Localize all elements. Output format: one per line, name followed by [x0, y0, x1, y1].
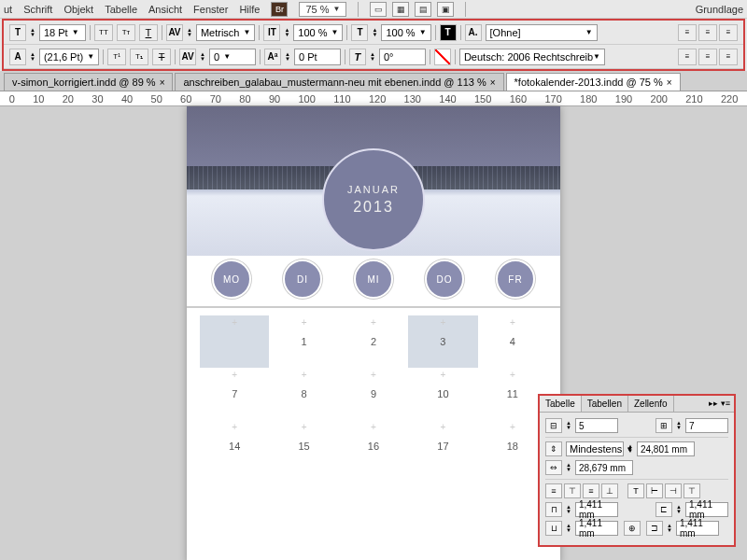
- height-mode-input[interactable]: Mindestens▼: [566, 441, 624, 456]
- day-do: DO: [425, 259, 464, 299]
- spinner[interactable]: ▲▼: [30, 52, 35, 62]
- menu-layout[interactable]: ut: [4, 4, 12, 15]
- divider: [465, 2, 466, 17]
- justify-center-button[interactable]: ≡: [698, 49, 717, 65]
- cols-icon: ⊞: [655, 418, 672, 433]
- col-width-icon: ⇔: [545, 460, 562, 475]
- justify-left-button[interactable]: ≡: [678, 49, 697, 65]
- panel-tab-zellen[interactable]: Zellenfo: [628, 396, 674, 412]
- canvas[interactable]: JANUAR 2013 MO DI MI DO FR + +1 +2 +3 +4…: [0, 106, 747, 560]
- spinner[interactable]: ▲▼: [566, 421, 571, 430]
- spinner[interactable]: ▲▼: [187, 28, 192, 37]
- kerning-input[interactable]: Metrisch▼: [196, 24, 255, 41]
- tracking-icon: AV: [179, 49, 196, 65]
- justify-right-button[interactable]: ≡: [719, 49, 738, 65]
- inset-bottom-input[interactable]: 1,411 mm: [575, 521, 618, 536]
- panel-tab-tabellen[interactable]: Tabellen: [582, 396, 628, 412]
- horizontal-ruler[interactable]: 0102030405060708090100110120130140150160…: [0, 91, 747, 106]
- menu-bar: ut Schrift Objekt Tabelle Ansicht Fenste…: [0, 0, 747, 19]
- spinner[interactable]: ▲▼: [285, 52, 290, 62]
- character-toolbar-1: T ▲▼ 18 Pt▼ TT Tт T AV ▲▼ Metrisch▼ IT ▲…: [4, 21, 743, 45]
- baseline-input[interactable]: 0 Pt: [294, 49, 341, 65]
- underline-button[interactable]: T: [139, 24, 158, 41]
- stroke-none-icon[interactable]: [434, 49, 451, 65]
- link-insets-icon[interactable]: ⊕: [624, 521, 641, 536]
- spinner[interactable]: ▲▼: [627, 444, 633, 454]
- inset-top-input[interactable]: 1,411 mm: [575, 502, 618, 517]
- row-height-input[interactable]: 24,801 mm: [637, 441, 695, 456]
- hscale-input[interactable]: 100 %▼: [381, 24, 430, 41]
- rotate-90-icon[interactable]: ⊢: [646, 483, 663, 498]
- document-page[interactable]: JANUAR 2013 MO DI MI DO FR + +1 +2 +3 +4…: [187, 106, 560, 560]
- spinner[interactable]: ▲▼: [566, 524, 571, 533]
- spinner[interactable]: ▲▼: [372, 28, 377, 37]
- spinner[interactable]: ▲▼: [566, 505, 571, 514]
- skew-icon: T: [349, 49, 366, 65]
- menu-tabelle[interactable]: Tabelle: [105, 4, 137, 15]
- valign-bot-icon[interactable]: ⊥: [601, 483, 618, 498]
- spinner[interactable]: ▲▼: [566, 463, 571, 472]
- view-bleed-icon[interactable]: ▤: [415, 2, 431, 17]
- inset-right-input[interactable]: 1,411 mm: [676, 521, 719, 536]
- font-size-input[interactable]: 18 Pt▼: [39, 24, 86, 41]
- spinner[interactable]: ▲▼: [667, 524, 672, 533]
- language-input[interactable]: Deutsch: 2006 Rechtschreib▼: [459, 49, 605, 65]
- zoom-level[interactable]: 75 %▼: [299, 2, 346, 17]
- align-right-button[interactable]: ≡: [719, 24, 738, 41]
- close-icon[interactable]: ×: [667, 77, 672, 88]
- tab-doc-1[interactable]: v-simon_korrigiert.indd @ 89 %×: [4, 73, 173, 91]
- spinner[interactable]: ▲▼: [200, 52, 205, 62]
- col-width-input[interactable]: 28,679 mm: [575, 460, 633, 475]
- strikethrough-button[interactable]: T: [152, 49, 171, 65]
- close-icon[interactable]: ×: [160, 77, 165, 88]
- bridge-icon[interactable]: Br: [271, 2, 288, 17]
- all-caps-button[interactable]: TT: [94, 24, 113, 41]
- rotate-180-icon[interactable]: ⊣: [665, 483, 682, 498]
- rows-input[interactable]: 5: [575, 418, 618, 433]
- subscript-button[interactable]: T₁: [130, 49, 148, 65]
- close-icon[interactable]: ×: [490, 77, 496, 88]
- spinner[interactable]: ▲▼: [284, 28, 289, 37]
- view-normal-icon[interactable]: ▭: [370, 2, 387, 17]
- valign-top-icon[interactable]: ⊤: [564, 483, 581, 498]
- panel-collapse-icon[interactable]: ▸▸ ▾≡: [705, 396, 734, 412]
- panel-tab-tabelle[interactable]: Tabelle: [540, 396, 582, 412]
- cols-input[interactable]: 7: [685, 418, 728, 433]
- workspace-name[interactable]: Grundlage: [696, 4, 743, 15]
- menu-fenster[interactable]: Fenster: [193, 4, 228, 15]
- spinner[interactable]: ▲▼: [370, 52, 375, 62]
- spinner[interactable]: ▲▼: [30, 28, 35, 37]
- tab-doc-2[interactable]: anschreiben_galabau_mustermann-neu mit e…: [175, 73, 503, 91]
- inset-top-icon: ⊓: [545, 502, 562, 517]
- leading-input[interactable]: (21,6 Pt)▼: [39, 49, 99, 65]
- divider: [162, 25, 162, 40]
- rotate-0-icon[interactable]: T: [627, 483, 644, 498]
- inset-right-icon: ⊐: [646, 521, 663, 536]
- tab-doc-3[interactable]: *fotokalender-2013.indd @ 75 %×: [506, 73, 681, 91]
- menu-schrift[interactable]: Schrift: [23, 4, 52, 15]
- vscale-input[interactable]: 100 %▼: [293, 24, 343, 41]
- arrange-icon[interactable]: ▣: [437, 2, 454, 17]
- fill-icon[interactable]: T: [440, 24, 457, 41]
- valign-mid-icon[interactable]: ≡: [583, 483, 599, 498]
- char-style-input[interactable]: [Ohne]▼: [486, 24, 598, 41]
- superscript-button[interactable]: T¹: [107, 49, 126, 65]
- char-style-icon: A.: [465, 24, 482, 41]
- text-dir-icon[interactable]: ≡: [545, 483, 562, 498]
- inset-left-input[interactable]: 1,411 mm: [685, 502, 728, 517]
- rotate-270-icon[interactable]: ⊤: [684, 483, 700, 498]
- cal-cell: +8: [269, 368, 338, 420]
- divider: [358, 2, 359, 17]
- tracking-input[interactable]: 0▼: [209, 49, 256, 65]
- spinner[interactable]: ▲▼: [676, 421, 682, 430]
- divider: [103, 49, 104, 64]
- align-center-button[interactable]: ≡: [698, 24, 717, 41]
- skew-input[interactable]: 0°: [379, 49, 426, 65]
- small-caps-button[interactable]: Tт: [117, 24, 135, 41]
- menu-hilfe[interactable]: Hilfe: [239, 4, 260, 15]
- menu-ansicht[interactable]: Ansicht: [148, 4, 182, 15]
- menu-objekt[interactable]: Objekt: [63, 4, 93, 15]
- view-preview-icon[interactable]: ▦: [392, 2, 409, 17]
- align-left-button[interactable]: ≡: [678, 24, 697, 41]
- spinner[interactable]: ▲▼: [676, 505, 682, 514]
